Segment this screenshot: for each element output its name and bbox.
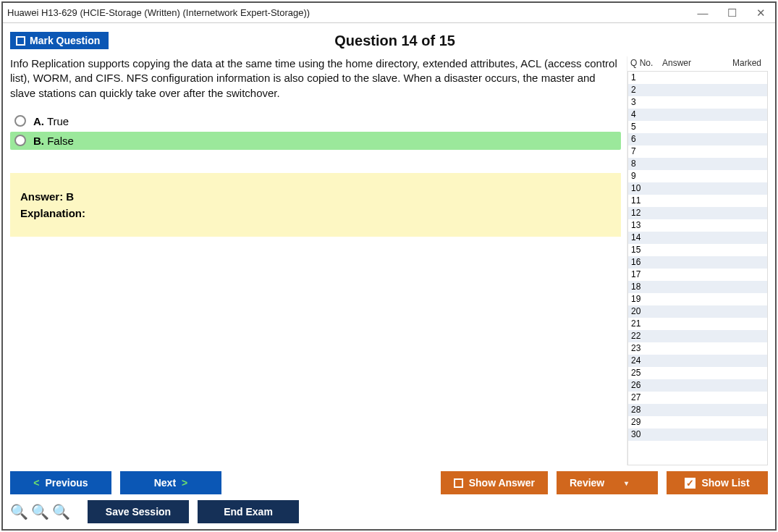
next-label: Next [154,477,176,489]
zoom-in-icon[interactable]: 🔍 [31,503,49,520]
q-number: 8 [631,158,660,170]
chevron-left-icon: < [33,477,39,489]
question-row[interactable]: 16 [628,256,767,269]
question-row[interactable]: 29 [628,416,767,428]
question-list-body[interactable]: 1234567891011121314151617181920212223242… [627,71,768,465]
question-row[interactable]: 9 [628,170,767,182]
q-number: 16 [631,256,660,269]
option-a[interactable]: A. True [10,112,621,130]
close-button[interactable]: ✕ [746,3,775,23]
q-number: 21 [631,318,660,330]
titlebar: Huawei H13-629 (HCIE-Storage (Written) (… [3,3,775,23]
question-row[interactable]: 22 [628,330,767,342]
content-area: Mark Question Question 14 of 15 Info Rep… [3,23,775,529]
option-b[interactable]: B. False [10,132,621,150]
question-row[interactable]: 15 [628,244,767,256]
q-number: 15 [631,244,660,256]
footer-row-2: 🔍 🔍 🔍 Save Session End Exam [10,494,768,523]
zoom-out-icon[interactable]: 🔍 [52,503,70,520]
question-row[interactable]: 8 [628,158,767,170]
header-row: Mark Question Question 14 of 15 [10,29,768,52]
q-number: 2 [631,84,660,96]
review-dropdown[interactable]: Review ▾ [557,471,658,494]
q-number: 13 [631,219,660,232]
show-list-button[interactable]: ✓ Show List [667,471,768,494]
question-row[interactable]: 2 [628,84,767,96]
mark-question-button[interactable]: Mark Question [10,32,109,49]
q-number: 29 [631,416,660,428]
question-row[interactable]: 23 [628,342,767,355]
question-row[interactable]: 12 [628,207,767,219]
show-answer-label: Show Answer [469,477,535,489]
question-list-header: Q No. Answer Marked [627,56,768,71]
question-row[interactable]: 1 [628,72,767,84]
q-number: 3 [631,96,660,109]
checkbox-icon [454,478,463,488]
question-row[interactable]: 4 [628,109,767,121]
explanation-label: Explanation: [20,207,85,219]
previous-label: Previous [46,477,88,489]
q-number: 26 [631,379,660,392]
q-number: 23 [631,342,660,355]
question-text: Info Replication supports copying the da… [10,56,621,101]
question-row[interactable]: 7 [628,145,767,158]
question-row[interactable]: 20 [628,305,767,318]
question-row[interactable]: 27 [628,392,767,404]
q-number: 18 [631,281,660,293]
chevron-down-icon: ▾ [625,479,628,487]
question-row[interactable]: 3 [628,96,767,109]
question-list-panel: Q No. Answer Marked 12345678910111213141… [627,56,768,465]
question-row[interactable]: 25 [628,367,767,379]
radio-icon [14,115,26,127]
option-text: A. True [33,115,69,127]
question-row[interactable]: 5 [628,121,767,133]
show-list-label: Show List [701,477,749,489]
end-exam-button[interactable]: End Exam [198,500,299,523]
header-marked: Marked [726,58,768,68]
question-row[interactable]: 30 [628,428,767,441]
app-window: Huawei H13-629 (HCIE-Storage (Written) (… [1,1,777,531]
radio-icon [14,135,26,146]
answer-box: Answer: B Explanation: [10,173,621,237]
question-row[interactable]: 18 [628,281,767,293]
question-row[interactable]: 24 [628,355,767,367]
question-row[interactable]: 17 [628,269,767,281]
q-number: 10 [631,182,660,195]
show-answer-button[interactable]: Show Answer [441,471,548,494]
q-number: 11 [631,195,660,207]
save-session-label: Save Session [106,506,171,518]
q-number: 30 [631,428,660,441]
zoom-reset-icon[interactable]: 🔍 [10,503,28,520]
question-row[interactable]: 19 [628,293,767,305]
q-number: 6 [631,133,660,145]
mark-question-label: Mark Question [30,35,100,46]
question-row[interactable]: 14 [628,232,767,244]
q-number: 17 [631,269,660,281]
q-number: 25 [631,367,660,379]
options-list: A. TrueB. False [10,111,621,151]
question-row[interactable]: 11 [628,195,767,207]
question-row[interactable]: 28 [628,404,767,416]
header-qno: Q No. [630,58,662,68]
body: Info Replication supports copying the da… [10,56,768,465]
footer-row-1: < Previous Next > Show Answer Review ▾ ✓… [10,465,768,494]
review-label: Review [570,477,604,489]
chevron-right-icon: > [182,477,187,489]
question-row[interactable]: 26 [628,379,767,392]
main-panel: Info Replication supports copying the da… [10,56,627,465]
question-row[interactable]: 6 [628,133,767,145]
next-button[interactable]: Next > [120,471,221,494]
question-row[interactable]: 10 [628,182,767,195]
minimize-button[interactable]: — [688,3,717,23]
zoom-controls: 🔍 🔍 🔍 [10,503,70,520]
q-number: 1 [631,72,660,84]
previous-button[interactable]: < Previous [10,471,111,494]
question-row[interactable]: 13 [628,219,767,232]
q-number: 12 [631,207,660,219]
maximize-button[interactable]: ☐ [717,3,746,23]
q-number: 5 [631,121,660,133]
question-row[interactable]: 21 [628,318,767,330]
save-session-button[interactable]: Save Session [88,500,189,523]
option-text: B. False [33,135,74,147]
question-counter-title: Question 14 of 15 [109,33,681,49]
